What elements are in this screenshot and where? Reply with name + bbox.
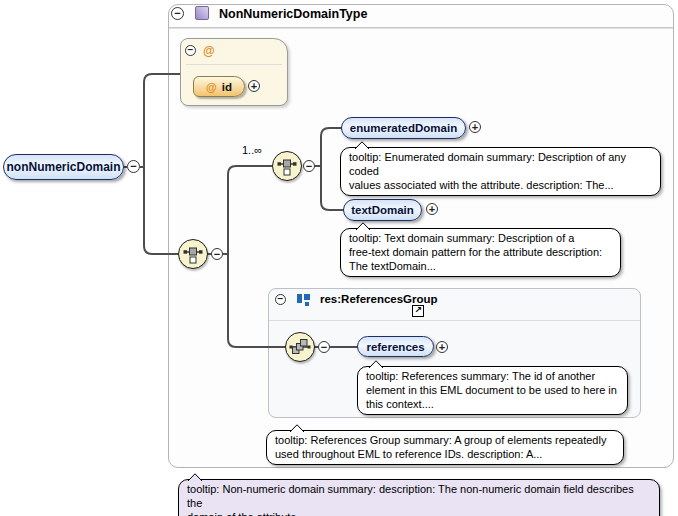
element-label: enumeratedDomain: [350, 122, 457, 134]
expand-icon[interactable]: +: [436, 341, 448, 353]
tooltip-references-group: tooltip: References Group summary: A gro…: [266, 430, 624, 465]
expand-icon[interactable]: +: [469, 121, 481, 133]
schema-diagram: − NonNumericDomainType − res:ReferencesG…: [0, 0, 678, 516]
attribute-id[interactable]: @ id: [193, 76, 245, 97]
expand-icon[interactable]: +: [426, 203, 438, 215]
tooltip-text: tooltip: Text domain summary: Descriptio…: [349, 231, 612, 273]
element-nonNumericDomain[interactable]: nonNumericDomain: [3, 154, 124, 180]
tooltip-references: tooltip: References summary: The id of a…: [357, 366, 628, 415]
choice-compositor-icon[interactable]: [272, 151, 302, 181]
element-label: nonNumericDomain: [6, 160, 120, 174]
goto-definition-icon[interactable]: ↗: [412, 305, 424, 317]
attribute-id-label: id: [222, 81, 232, 93]
element-enumeratedDomain[interactable]: enumeratedDomain: [341, 117, 466, 139]
tooltip-enumeratedDomain: tooltip: Enumerated domain summary: Desc…: [340, 147, 661, 196]
element-textDomain[interactable]: textDomain: [343, 199, 422, 221]
element-label: references: [366, 341, 424, 353]
tooltip-nonNumericDomain: tooltip: Non-numeric domain summary: des…: [178, 479, 660, 516]
collapse-icon[interactable]: −: [318, 341, 330, 353]
tooltip-text: tooltip: References Group summary: A gro…: [275, 433, 615, 461]
tooltip-textDomain: tooltip: Text domain summary: Descriptio…: [340, 228, 621, 277]
tooltip-text: tooltip: Non-numeric domain summary: des…: [187, 482, 651, 516]
group-icon: [296, 292, 311, 307]
element-label: textDomain: [351, 204, 414, 216]
cardinality-label: 1..∞: [242, 144, 262, 156]
group-compositor-icon[interactable]: [285, 332, 315, 362]
collapse-icon[interactable]: −: [127, 160, 140, 173]
attribute-at-icon: @: [203, 44, 215, 58]
complextype-icon: [195, 6, 209, 20]
element-references[interactable]: references: [357, 336, 434, 357]
attributes-separator: [186, 64, 282, 65]
collapse-icon[interactable]: −: [303, 160, 315, 172]
collapse-icon[interactable]: −: [275, 294, 286, 305]
tooltip-text: tooltip: Enumerated domain summary: Desc…: [349, 150, 652, 192]
collapse-icon[interactable]: −: [185, 45, 196, 56]
attribute-at-icon: @: [206, 81, 217, 93]
collapse-icon[interactable]: −: [171, 7, 184, 20]
choice-compositor-icon[interactable]: [178, 239, 208, 269]
tooltip-text: tooltip: References summary: The id of a…: [366, 369, 619, 411]
collapse-icon[interactable]: −: [211, 248, 223, 260]
expand-icon[interactable]: +: [248, 80, 260, 92]
